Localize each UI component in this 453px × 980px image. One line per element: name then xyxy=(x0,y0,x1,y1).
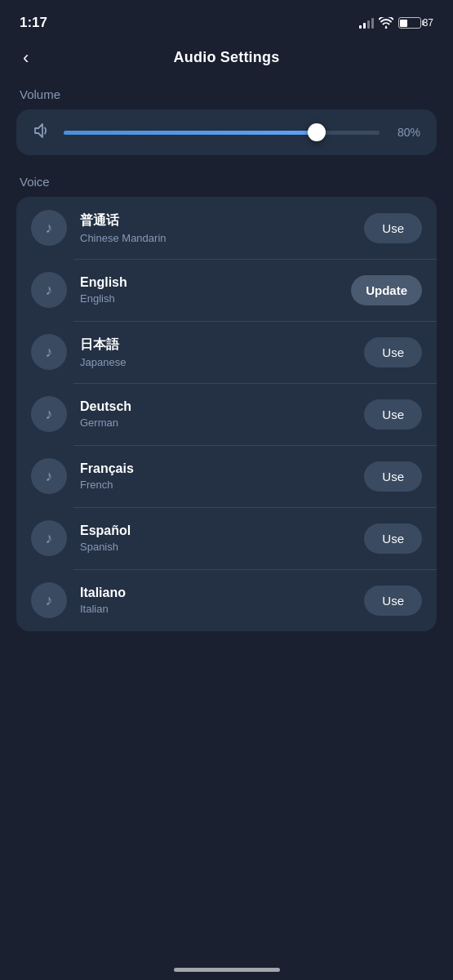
voice-lang: Japanese xyxy=(80,356,351,368)
voice-name: Italiano xyxy=(80,586,351,600)
back-button[interactable]: ‹ xyxy=(16,44,35,72)
list-item: ♪ Español Spanish Use xyxy=(16,507,437,569)
voice-info: Italiano Italian xyxy=(80,586,351,615)
status-bar: 1:17 37 xyxy=(0,0,453,41)
battery-level: 37 xyxy=(423,17,433,29)
status-icons: 37 xyxy=(359,17,433,29)
music-note-icon: ♪ xyxy=(31,272,67,308)
volume-section-label: Volume xyxy=(16,87,437,101)
volume-card: 80% xyxy=(16,109,437,155)
list-item: ♪ Deutsch German Use xyxy=(16,383,437,445)
list-item: ♪ Français French Use xyxy=(16,445,437,507)
use-button[interactable]: Use xyxy=(364,399,422,430)
voice-lang: German xyxy=(80,416,351,429)
voice-name: English xyxy=(80,275,338,290)
home-indicator xyxy=(174,968,280,972)
music-note-icon: ♪ xyxy=(31,210,67,246)
wifi-icon xyxy=(379,17,393,29)
use-button[interactable]: Use xyxy=(364,461,422,492)
music-note-icon: ♪ xyxy=(31,582,67,618)
use-button[interactable]: Use xyxy=(364,213,422,243)
voice-lang: English xyxy=(80,292,338,305)
use-button[interactable]: Use xyxy=(364,586,422,616)
voice-info: 普通话 Chinese Mandarin xyxy=(80,212,351,244)
volume-icon xyxy=(33,122,52,142)
list-item: ♪ English English Update xyxy=(16,259,437,321)
content: Volume 80% Voice ♪ xyxy=(0,79,453,639)
list-item: ♪ 日本語 Japanese Use xyxy=(16,321,437,383)
voice-info: English English xyxy=(80,275,338,305)
voice-section-label: Voice xyxy=(16,175,437,189)
page-title: Audio Settings xyxy=(174,49,280,66)
voice-name: Español xyxy=(80,523,351,538)
list-item: ♪ 普通话 Chinese Mandarin Use xyxy=(16,197,437,259)
signal-icon xyxy=(359,17,374,29)
music-note-icon: ♪ xyxy=(31,396,67,432)
voice-info: Français French xyxy=(80,461,351,491)
voice-lang: French xyxy=(80,479,351,491)
update-button[interactable]: Update xyxy=(351,275,422,305)
battery: 37 xyxy=(398,17,433,29)
voice-info: Español Spanish xyxy=(80,523,351,553)
voice-card: ♪ 普通话 Chinese Mandarin Use ♪ English Eng… xyxy=(16,197,437,631)
header: ‹ Audio Settings xyxy=(0,41,453,79)
voice-lang: Italian xyxy=(80,603,351,615)
volume-slider[interactable] xyxy=(64,124,380,140)
voice-name: 普通话 xyxy=(80,212,351,229)
svg-point-0 xyxy=(384,27,387,29)
use-button[interactable]: Use xyxy=(364,337,422,368)
volume-percent: 80% xyxy=(391,126,420,139)
music-note-icon: ♪ xyxy=(31,334,67,370)
voice-name: 日本語 xyxy=(80,336,351,354)
voice-name: Français xyxy=(80,461,351,476)
voice-info: 日本語 Japanese xyxy=(80,336,351,368)
use-button[interactable]: Use xyxy=(364,523,422,554)
voice-name: Deutsch xyxy=(80,399,351,414)
music-note-icon: ♪ xyxy=(31,458,67,494)
status-time: 1:17 xyxy=(20,15,47,31)
voice-lang: Chinese Mandarin xyxy=(80,232,351,244)
voice-lang: Spanish xyxy=(80,541,351,553)
list-item: ♪ Italiano Italian Use xyxy=(16,569,437,631)
voice-info: Deutsch German xyxy=(80,399,351,429)
music-note-icon: ♪ xyxy=(31,520,67,556)
